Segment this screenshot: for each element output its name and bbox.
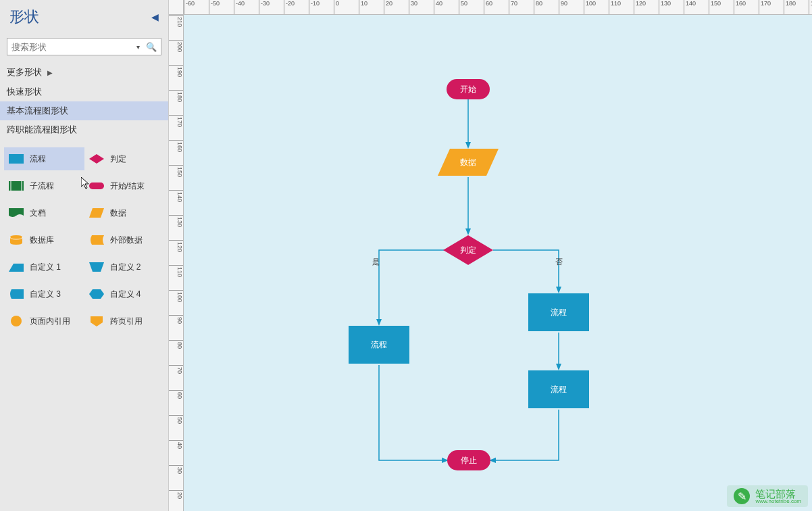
shape-custom3[interactable]: 自定义 3 (4, 283, 84, 306)
shape-label: 子流程 (30, 180, 54, 192)
shape-custom1[interactable]: 自定义 1 (4, 256, 84, 278)
category-basic-flowchart[interactable]: 基本流程图形状 (0, 101, 168, 120)
shape-custom2[interactable]: 自定义 2 (84, 256, 165, 278)
more-shapes-label: 更多形状 (7, 66, 42, 78)
svg-point-10 (11, 316, 22, 326)
shape-label: 自定义 3 (30, 289, 61, 300)
shape-label: 跨页引用 (110, 316, 143, 327)
process-icon (8, 153, 24, 165)
node-data[interactable]: 数据 (438, 149, 499, 176)
ruler-corner (169, 0, 184, 15)
onpage-icon (8, 315, 24, 327)
chevron-right-icon: ▶ (47, 69, 53, 76)
shape-terminator[interactable]: 开始/结束 (84, 174, 165, 197)
shape-onpage[interactable]: 页面内引用 (4, 310, 84, 333)
category-cross-functional[interactable]: 跨职能流程图形状 (0, 120, 168, 139)
custom3-icon (8, 288, 24, 300)
shape-label: 自定义 4 (110, 289, 141, 300)
node-start[interactable]: 开始 (447, 79, 490, 99)
search-box[interactable]: ▾ 🔍 (7, 38, 161, 55)
subprocess-icon (8, 180, 24, 192)
node-process-right-2[interactable]: 流程 (528, 370, 589, 408)
shape-label: 判定 (110, 153, 126, 165)
label-yes: 是 (372, 257, 380, 267)
svg-marker-8 (89, 262, 104, 272)
svg-marker-13 (465, 142, 471, 149)
shape-decision[interactable]: 判定 (84, 147, 165, 170)
terminator-icon (88, 180, 105, 192)
more-shapes-link[interactable]: 更多形状 ▶ (0, 59, 168, 82)
decision-icon (88, 153, 105, 165)
data-icon (88, 207, 105, 219)
sidebar-title: 形状 (9, 7, 39, 27)
shape-label: 数据 (110, 208, 126, 219)
svg-marker-9 (89, 289, 104, 299)
node-process-right-1[interactable]: 流程 (528, 293, 589, 331)
node-stop[interactable]: 停止 (447, 450, 490, 470)
watermark-text: 笔记部落 (755, 489, 801, 499)
search-input[interactable] (7, 41, 134, 53)
category-quick-shapes[interactable]: 快速形状 (0, 82, 168, 101)
shape-label: 数据库 (30, 235, 54, 246)
offpage-icon (88, 315, 105, 327)
svg-marker-17 (556, 287, 561, 293)
document-icon (8, 207, 24, 219)
shape-data[interactable]: 数据 (84, 201, 165, 224)
custom2-icon (88, 261, 105, 273)
svg-rect-0 (9, 154, 24, 164)
svg-rect-5 (89, 182, 104, 189)
shape-label: 自定义 1 (30, 262, 61, 273)
shape-extdata[interactable]: 外部数据 (84, 228, 165, 251)
svg-marker-15 (465, 228, 471, 235)
extdata-icon (88, 234, 105, 246)
node-process-left[interactable]: 流程 (349, 326, 409, 364)
custom1-icon (8, 261, 24, 273)
shapes-sidebar: 形状 ◀ ▾ 🔍 更多形状 ▶ 快速形状 基本流程图形状 跨职能流程图形状 流程… (0, 0, 169, 511)
canvas[interactable]: 开始 数据 判定 是 否 流程 流程 流程 停止 (184, 15, 812, 511)
node-decision[interactable]: 判定 (443, 235, 493, 265)
shape-subprocess[interactable]: 子流程 (4, 174, 84, 197)
shape-document[interactable]: 文档 (4, 201, 84, 224)
svg-marker-16 (376, 319, 382, 326)
shape-label: 文档 (30, 208, 46, 219)
database-icon (8, 234, 24, 246)
sidebar-header: 形状 ◀ (0, 0, 168, 34)
svg-marker-11 (91, 316, 103, 326)
shape-grid: 流程判定子流程开始/结束文档数据数据库外部数据自定义 1自定义 2自定义 3自定… (0, 139, 168, 341)
shape-label: 流程 (30, 153, 46, 165)
shape-label: 开始/结束 (110, 180, 145, 192)
category-list: 快速形状 基本流程图形状 跨职能流程图形状 (0, 82, 168, 139)
svg-marker-7 (9, 264, 24, 272)
watermark-url: www.notetribe.com (755, 499, 801, 504)
shape-offpage[interactable]: 跨页引用 (84, 310, 165, 333)
shape-label: 外部数据 (110, 235, 143, 246)
svg-marker-19 (556, 364, 561, 370)
collapse-icon[interactable]: ◀ (151, 11, 159, 22)
ruler-vertical: 2102001901801701601501401301201101009080… (169, 15, 184, 511)
watermark: ✎ 笔记部落 www.notetribe.com (727, 485, 808, 507)
search-dropdown-icon[interactable]: ▾ (134, 43, 142, 51)
shape-custom4[interactable]: 自定义 4 (84, 283, 165, 306)
canvas-area: -60-50-40-30-20-100102030405060708090100… (169, 0, 812, 511)
svg-marker-6 (89, 208, 104, 218)
shape-label: 自定义 2 (110, 262, 141, 273)
search-icon[interactable]: 🔍 (142, 42, 161, 52)
ruler-horizontal: -60-50-40-30-20-100102030405060708090100… (184, 0, 812, 15)
watermark-icon: ✎ (734, 488, 750, 504)
svg-marker-1 (89, 154, 104, 164)
connectors (184, 15, 812, 511)
shape-database[interactable]: 数据库 (4, 228, 84, 251)
shape-label: 页面内引用 (30, 316, 70, 327)
custom4-icon (88, 288, 105, 300)
label-no: 否 (555, 257, 563, 267)
shape-process[interactable]: 流程 (4, 147, 84, 170)
